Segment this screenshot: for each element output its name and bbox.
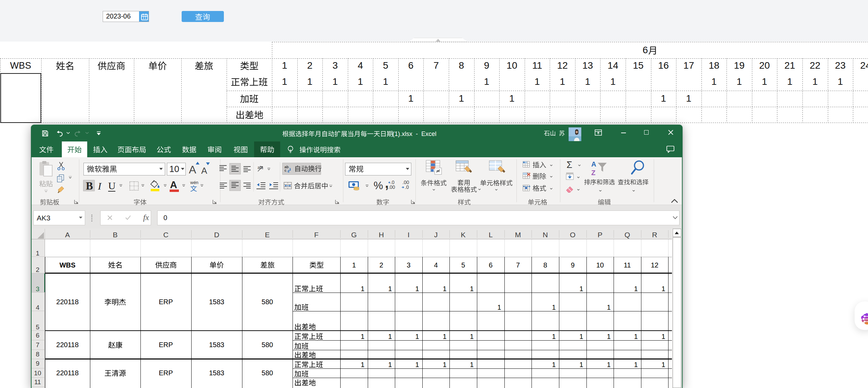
svg-text:A: A (591, 160, 596, 168)
svg-text:c: c (285, 168, 287, 172)
svg-text:ab: ab (258, 165, 262, 170)
svg-text:.0: .0 (405, 184, 409, 190)
svg-text:Z: Z (591, 169, 595, 176)
svg-text:.00: .00 (388, 184, 395, 190)
